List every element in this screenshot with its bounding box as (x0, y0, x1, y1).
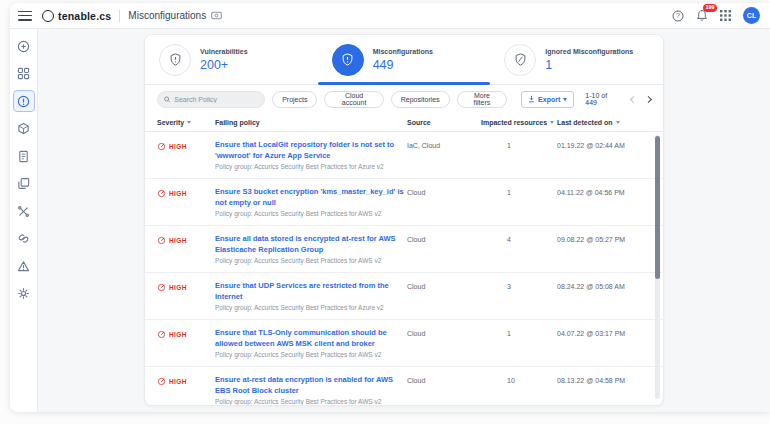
policy-group-text: Policy group: Accurics Security Best Pra… (215, 257, 407, 264)
tab-count: 200+ (200, 58, 248, 72)
search-icon (164, 96, 170, 103)
impacted-resources-cell: 4 (481, 234, 557, 264)
failing-policy-link[interactable]: Ensure all data stored is encrypted at-r… (215, 234, 407, 255)
sidebar-item-reports[interactable] (13, 145, 35, 167)
policy-cell: Ensure that TLS-Only communication shoul… (215, 328, 407, 358)
failing-policy-link[interactable]: Ensure that UDP Services are restricted … (215, 281, 407, 302)
severity-cell: HIGH (157, 375, 215, 405)
sidebar-item-dashboard[interactable] (13, 63, 35, 85)
last-detected-cell: 09.08.22 @ 05:27 PM (557, 234, 647, 264)
policy-cell: Ensure that LocalGit repository folder i… (215, 140, 407, 170)
sort-icon (187, 121, 191, 124)
severity-label: HIGH (169, 236, 187, 244)
policy-group-text: Policy group: Accurics Security Best Pra… (215, 398, 407, 405)
policy-group-text: Policy group: Accurics Security Best Pra… (215, 210, 407, 217)
source-cell: Cloud (407, 328, 481, 358)
filter-chip[interactable]: Cloud account (324, 91, 383, 108)
sort-icon (550, 121, 554, 124)
table-body: HIGH Ensure that LocalGit repository fol… (145, 132, 663, 406)
sidebar-item-tools[interactable] (13, 200, 35, 222)
failing-policy-link[interactable]: Ensure S3 bucket encryption 'kms_master_… (215, 187, 407, 208)
table-header: Severity Failing policy Source Impacted … (145, 113, 663, 132)
notification-badge: 199 (703, 4, 717, 12)
impacted-resources-cell: 3 (481, 281, 557, 311)
tab-count: 449 (373, 58, 433, 72)
save-view-icon[interactable] (211, 11, 222, 20)
misconfigurations-card: Vulnerabilities 200+ Misconfigurations 4… (144, 34, 664, 406)
column-last-detected[interactable]: Last detected on (557, 119, 647, 126)
sort-icon (616, 121, 620, 124)
impacted-resources-cell: 1 (481, 187, 557, 217)
last-detected-cell: 04.07.22 @ 03:17 PM (557, 328, 647, 358)
severity-gauge-icon (157, 189, 166, 198)
failing-policy-link[interactable]: Ensure that TLS-Only communication shoul… (215, 328, 407, 349)
tenable-logo-circle-icon (42, 10, 54, 22)
filter-chip[interactable]: Projects (272, 91, 317, 108)
failing-policy-link[interactable]: Ensure at-rest data encryption is enable… (215, 375, 407, 396)
scrollbar-thumb[interactable] (655, 136, 660, 279)
tab-label: Misconfigurations (373, 48, 433, 55)
ignored-shield-icon (504, 44, 536, 76)
pagination-label: 1-10 of 449 (585, 92, 619, 106)
sidebar-item-findings[interactable] (13, 90, 35, 112)
table-row[interactable]: HIGH Ensure that TLS-Only communication … (145, 320, 663, 367)
export-button[interactable]: Export (521, 91, 574, 108)
download-icon (528, 95, 535, 103)
tab-ignored-misconfigurations[interactable]: Ignored Misconfigurations 1 (490, 35, 663, 84)
table-row[interactable]: HIGH Ensure that LocalGit repository fol… (145, 132, 663, 179)
policy-cell: Ensure at-rest data encryption is enable… (215, 375, 407, 405)
source-cell: Cloud (407, 234, 481, 264)
sidebar-item-resources[interactable] (13, 173, 35, 195)
impacted-resources-cell: 1 (481, 140, 557, 170)
help-icon[interactable]: ? (672, 10, 684, 22)
tab-label: Ignored Misconfigurations (545, 48, 633, 55)
column-severity[interactable]: Severity (157, 119, 215, 126)
top-header: tenable.cs Misconfigurations ? 199 CL (10, 3, 770, 29)
source-cell: Cloud (407, 187, 481, 217)
tab-misconfigurations[interactable]: Misconfigurations 449 (318, 35, 491, 84)
filter-chip[interactable]: Repositories (391, 91, 450, 108)
column-impacted-resources[interactable]: Impacted resources (481, 119, 557, 126)
severity-label: HIGH (169, 283, 187, 291)
sidebar-item-integrations-link[interactable] (13, 228, 35, 250)
table-row[interactable]: HIGH Ensure that UDP Services are restri… (145, 273, 663, 320)
sidebar-item-alerts[interactable] (13, 255, 35, 277)
search-policy-box[interactable] (157, 91, 265, 108)
table-row[interactable]: HIGH Ensure at-rest data encryption is e… (145, 367, 663, 406)
user-avatar[interactable]: CL (743, 7, 760, 24)
tab-label: Vulnerabilities (200, 48, 248, 55)
table-row[interactable]: HIGH Ensure all data stored is encrypted… (145, 226, 663, 273)
tab-vulnerabilities[interactable]: Vulnerabilities 200+ (145, 35, 318, 84)
search-policy-input[interactable] (174, 96, 258, 103)
last-detected-cell: 08.13.22 @ 04:58 PM (557, 375, 647, 405)
export-label: Export (538, 96, 560, 103)
hamburger-menu-icon[interactable] (18, 11, 32, 21)
policy-group-text: Policy group: Accurics Security Best Pra… (215, 304, 407, 311)
svg-text:?: ? (676, 12, 680, 19)
severity-gauge-icon (157, 377, 166, 386)
sidebar-item-add[interactable] (13, 35, 35, 57)
table-scrollbar[interactable] (655, 135, 660, 399)
severity-gauge-icon (157, 142, 166, 151)
impacted-resources-cell: 10 (481, 375, 557, 405)
severity-label: HIGH (169, 377, 187, 385)
pagination-prev-icon[interactable] (630, 96, 637, 103)
table-row[interactable]: HIGH Ensure S3 bucket encryption 'kms_ma… (145, 179, 663, 226)
apps-grid-icon[interactable] (720, 10, 731, 21)
severity-label: HIGH (169, 142, 187, 150)
column-failing-policy: Failing policy (215, 119, 407, 126)
severity-gauge-icon (157, 236, 166, 245)
notifications-bell-icon[interactable]: 199 (696, 9, 708, 22)
pagination-next-icon[interactable] (645, 96, 652, 103)
policy-group-text: Policy group: Accurics Security Best Pra… (215, 351, 407, 358)
sidebar-item-projects[interactable] (13, 118, 35, 140)
severity-gauge-icon (157, 283, 166, 292)
policy-group-text: Policy group: Accurics Security Best Pra… (215, 163, 407, 170)
severity-cell: HIGH (157, 328, 215, 358)
filter-chip[interactable]: More filters (457, 91, 507, 108)
tenable-logo[interactable]: tenable.cs (42, 10, 111, 22)
chevron-down-icon (563, 98, 567, 101)
source-cell: IaC, Cloud (407, 140, 481, 170)
sidebar-item-settings[interactable] (13, 283, 35, 305)
failing-policy-link[interactable]: Ensure that LocalGit repository folder i… (215, 140, 407, 161)
